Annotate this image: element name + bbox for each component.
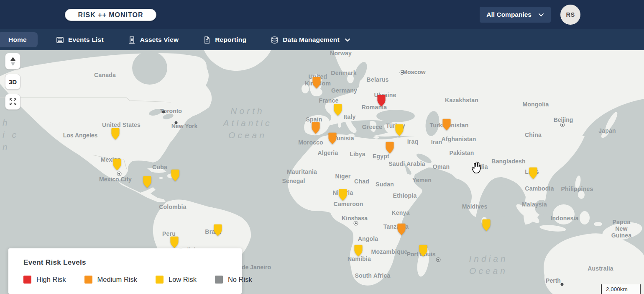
- risk-marker-tanzania[interactable]: [396, 223, 407, 236]
- building-icon: [128, 36, 136, 44]
- risk-marker-egypt[interactable]: [384, 141, 395, 154]
- city-dot-beijing: [560, 123, 565, 127]
- map-fullscreen-button[interactable]: [5, 94, 20, 110]
- legend-item-high-risk: High Risk: [23, 276, 66, 284]
- map-zoom-control[interactable]: [5, 53, 20, 70]
- legend-item-no-risk: No Risk: [215, 276, 252, 284]
- risk-marker-laos[interactable]: [528, 167, 539, 180]
- legend-title: Event Risk Levels: [23, 258, 242, 267]
- document-icon: [203, 36, 211, 44]
- city-dot-perth: [561, 283, 564, 286]
- map-3d-label: 3D: [9, 78, 17, 85]
- map-3d-button[interactable]: 3D: [5, 74, 20, 90]
- legend-swatch-high: [23, 276, 31, 284]
- legend-swatch-medium: [84, 276, 92, 284]
- risk-marker-southern-france[interactable]: [332, 103, 343, 116]
- user-avatar[interactable]: RS: [560, 5, 580, 25]
- legend-item-label: Medium Risk: [97, 276, 137, 284]
- company-selector[interactable]: All Companies: [480, 7, 551, 23]
- zoom-in-icon[interactable]: [10, 57, 15, 61]
- risk-marker-united-kingdom[interactable]: [311, 76, 322, 89]
- main-nav: HomeEvents ListAssets ViewReportingData …: [0, 29, 644, 50]
- risk-marker-turkmenistan[interactable]: [441, 118, 452, 131]
- city-dot-moscow: [400, 70, 404, 75]
- nav-item-events-list[interactable]: Events List: [50, 32, 110, 48]
- list-icon: [56, 36, 64, 44]
- risk-marker-mexico[interactable]: [112, 158, 123, 171]
- legend-item-label: No Risk: [228, 276, 252, 284]
- risk-marker-peru[interactable]: [169, 236, 180, 249]
- legend-item-low-risk: Low Risk: [156, 276, 197, 284]
- map-scale-bar: 2,000km: [601, 284, 641, 294]
- nav-item-label: Reporting: [215, 36, 246, 44]
- nav-item-assets-view[interactable]: Assets View: [122, 32, 184, 48]
- database-icon: [271, 36, 279, 44]
- chevron-down-icon: [538, 11, 544, 18]
- nav-item-label: Data Management: [283, 36, 340, 44]
- risk-legend: Event Risk Levels High RiskMedium RiskLo…: [8, 248, 242, 294]
- risk-marker-indian-ocean[interactable]: [481, 219, 492, 232]
- legend-item-medium-risk: Medium Risk: [84, 276, 137, 284]
- nav-item-reporting[interactable]: Reporting: [197, 32, 252, 48]
- chevron-down-icon: [345, 38, 350, 42]
- city-dot-mexico-city: [117, 172, 122, 176]
- risk-marker-nigeria[interactable]: [337, 188, 348, 201]
- city-dot-port-louis: [436, 258, 441, 262]
- legend-item-label: High Risk: [36, 276, 66, 284]
- risk-marker-mauritius[interactable]: [418, 244, 429, 257]
- risk-marker-turkey[interactable]: [394, 124, 405, 137]
- risk-marker-united-states[interactable]: [110, 127, 121, 140]
- legend-item-label: Low Risk: [169, 276, 197, 284]
- app-header: RISK ++ MONITOR All Companies RS: [0, 0, 644, 29]
- fullscreen-icon: [9, 98, 17, 106]
- nav-item-label: Assets View: [140, 36, 179, 44]
- nav-item-label: Home: [8, 36, 27, 44]
- city-dot-kinshasa: [354, 221, 358, 226]
- nav-item-label: Events List: [68, 36, 104, 44]
- zoom-out-icon[interactable]: [11, 62, 15, 66]
- nav-item-home[interactable]: Home: [0, 32, 38, 47]
- risk-marker-spain[interactable]: [310, 121, 321, 134]
- legend-swatch-none: [215, 276, 223, 284]
- city-dot-new-york: [175, 121, 178, 124]
- legend-items: High RiskMedium RiskLow RiskNo Risk: [23, 276, 242, 284]
- risk-marker-brazil[interactable]: [212, 224, 223, 237]
- world-map[interactable]: 3D Event Risk Levels High RiskMedium Ris…: [0, 50, 644, 294]
- app-logo: RISK ++ MONITOR: [65, 9, 156, 21]
- city-dot-toronto: [162, 111, 165, 113]
- risk-marker-tunisia[interactable]: [327, 132, 338, 145]
- risk-marker-central-america[interactable]: [142, 175, 153, 188]
- risk-marker-ukraine[interactable]: [376, 94, 387, 107]
- company-selector-label: All Companies: [486, 11, 532, 18]
- nav-item-data-management[interactable]: Data Management: [265, 32, 356, 48]
- risk-marker-namibia[interactable]: [353, 244, 364, 257]
- legend-swatch-low: [156, 276, 164, 284]
- map-scale-label: 2,000km: [606, 286, 628, 292]
- avatar-initials: RS: [566, 11, 575, 18]
- risk-marker-caribbean[interactable]: [170, 169, 181, 182]
